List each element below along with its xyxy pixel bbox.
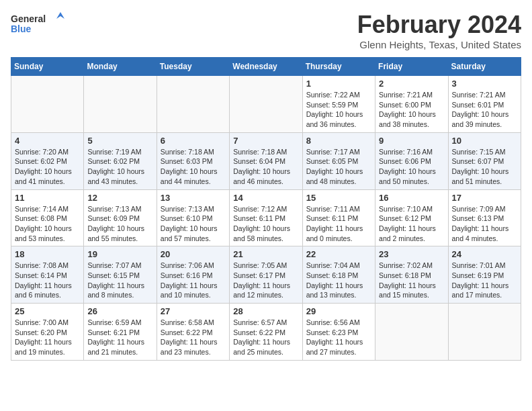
- table-row: 21Sunrise: 7:05 AM Sunset: 6:17 PM Dayli…: [230, 246, 302, 304]
- day-number: 21: [233, 249, 298, 259]
- table-row: [375, 304, 448, 361]
- day-info: Sunrise: 7:18 AM Sunset: 6:04 PM Dayligh…: [233, 147, 298, 187]
- day-number: 7: [233, 136, 298, 146]
- day-info: Sunrise: 7:19 AM Sunset: 6:02 PM Dayligh…: [87, 147, 152, 187]
- table-row: 23Sunrise: 7:02 AM Sunset: 6:18 PM Dayli…: [375, 246, 448, 304]
- header-saturday: Saturday: [448, 58, 521, 76]
- table-row: [230, 76, 302, 133]
- table-row: 25Sunrise: 7:00 AM Sunset: 6:20 PM Dayli…: [11, 304, 84, 361]
- day-number: 19: [87, 249, 152, 259]
- table-row: [448, 304, 521, 361]
- day-number: 28: [233, 306, 298, 316]
- table-row: 20Sunrise: 7:06 AM Sunset: 6:16 PM Dayli…: [157, 246, 229, 304]
- day-number: 22: [306, 249, 371, 259]
- table-row: 18Sunrise: 7:08 AM Sunset: 6:14 PM Dayli…: [11, 246, 84, 304]
- calendar-week-row: 25Sunrise: 7:00 AM Sunset: 6:20 PM Dayli…: [11, 304, 521, 361]
- day-number: 12: [87, 193, 152, 203]
- svg-text:General: General: [11, 13, 46, 24]
- svg-text:Blue: Blue: [11, 24, 32, 34]
- day-info: Sunrise: 7:10 AM Sunset: 6:12 PM Dayligh…: [379, 204, 444, 244]
- header-tuesday: Tuesday: [157, 58, 229, 76]
- day-info: Sunrise: 7:00 AM Sunset: 6:20 PM Dayligh…: [15, 318, 80, 357]
- table-row: [11, 76, 84, 133]
- day-info: Sunrise: 7:21 AM Sunset: 6:01 PM Dayligh…: [452, 90, 517, 130]
- day-info: Sunrise: 7:21 AM Sunset: 6:00 PM Dayligh…: [379, 90, 444, 130]
- day-info: Sunrise: 7:08 AM Sunset: 6:14 PM Dayligh…: [15, 261, 80, 300]
- logo-svg: General Blue: [11, 11, 64, 38]
- table-row: 11Sunrise: 7:14 AM Sunset: 6:08 PM Dayli…: [11, 189, 84, 246]
- calendar-week-row: 4Sunrise: 7:20 AM Sunset: 6:02 PM Daylig…: [11, 132, 521, 189]
- calendar-week-row: 1Sunrise: 7:22 AM Sunset: 5:59 PM Daylig…: [11, 76, 521, 133]
- table-row: 12Sunrise: 7:13 AM Sunset: 6:09 PM Dayli…: [84, 189, 157, 246]
- header-friday: Friday: [375, 58, 448, 76]
- table-row: 3Sunrise: 7:21 AM Sunset: 6:01 PM Daylig…: [448, 76, 521, 133]
- day-info: Sunrise: 7:02 AM Sunset: 6:18 PM Dayligh…: [379, 261, 444, 300]
- calendar-week-row: 11Sunrise: 7:14 AM Sunset: 6:08 PM Dayli…: [11, 189, 521, 246]
- table-row: 15Sunrise: 7:11 AM Sunset: 6:11 PM Dayli…: [302, 189, 375, 246]
- table-row: 8Sunrise: 7:17 AM Sunset: 6:05 PM Daylig…: [302, 132, 375, 189]
- day-number: 9: [379, 136, 444, 146]
- table-row: 13Sunrise: 7:13 AM Sunset: 6:10 PM Dayli…: [157, 189, 229, 246]
- title-area: February 2024 Glenn Heights, Texas, Unit…: [357, 11, 521, 50]
- table-row: 26Sunrise: 6:59 AM Sunset: 6:21 PM Dayli…: [84, 304, 157, 361]
- table-row: 28Sunrise: 6:57 AM Sunset: 6:22 PM Dayli…: [230, 304, 302, 361]
- day-info: Sunrise: 7:07 AM Sunset: 6:15 PM Dayligh…: [87, 261, 152, 300]
- table-row: 17Sunrise: 7:09 AM Sunset: 6:13 PM Dayli…: [448, 189, 521, 246]
- day-info: Sunrise: 6:59 AM Sunset: 6:21 PM Dayligh…: [87, 318, 152, 357]
- table-row: 24Sunrise: 7:01 AM Sunset: 6:19 PM Dayli…: [448, 246, 521, 304]
- day-info: Sunrise: 6:58 AM Sunset: 6:22 PM Dayligh…: [161, 318, 226, 357]
- day-info: Sunrise: 7:15 AM Sunset: 6:07 PM Dayligh…: [452, 147, 517, 187]
- day-info: Sunrise: 7:06 AM Sunset: 6:16 PM Dayligh…: [161, 261, 226, 300]
- table-row: 7Sunrise: 7:18 AM Sunset: 6:04 PM Daylig…: [230, 132, 302, 189]
- day-info: Sunrise: 7:17 AM Sunset: 6:05 PM Dayligh…: [306, 147, 371, 187]
- table-row: 29Sunrise: 6:56 AM Sunset: 6:23 PM Dayli…: [302, 304, 375, 361]
- day-number: 16: [379, 193, 444, 203]
- day-number: 6: [161, 136, 226, 146]
- header-wednesday: Wednesday: [230, 58, 302, 76]
- day-info: Sunrise: 7:20 AM Sunset: 6:02 PM Dayligh…: [15, 147, 80, 187]
- day-number: 18: [15, 249, 80, 259]
- table-row: 2Sunrise: 7:21 AM Sunset: 6:00 PM Daylig…: [375, 76, 448, 133]
- day-info: Sunrise: 7:04 AM Sunset: 6:18 PM Dayligh…: [306, 261, 371, 300]
- day-number: 2: [379, 79, 444, 89]
- header-monday: Monday: [84, 58, 157, 76]
- day-number: 10: [452, 136, 517, 146]
- table-row: 10Sunrise: 7:15 AM Sunset: 6:07 PM Dayli…: [448, 132, 521, 189]
- day-number: 4: [15, 136, 80, 146]
- table-row: 1Sunrise: 7:22 AM Sunset: 5:59 PM Daylig…: [302, 76, 375, 133]
- day-number: 13: [161, 193, 226, 203]
- day-number: 8: [306, 136, 371, 146]
- logo: General Blue: [11, 11, 64, 38]
- day-number: 23: [379, 249, 444, 259]
- day-info: Sunrise: 7:18 AM Sunset: 6:03 PM Dayligh…: [161, 147, 226, 187]
- day-info: Sunrise: 7:13 AM Sunset: 6:09 PM Dayligh…: [87, 204, 152, 244]
- table-row: [157, 76, 229, 133]
- day-info: Sunrise: 7:11 AM Sunset: 6:11 PM Dayligh…: [306, 204, 371, 244]
- day-number: 25: [15, 306, 80, 316]
- day-number: 3: [452, 79, 517, 89]
- table-row: 19Sunrise: 7:07 AM Sunset: 6:15 PM Dayli…: [84, 246, 157, 304]
- day-info: Sunrise: 7:01 AM Sunset: 6:19 PM Dayligh…: [452, 261, 517, 300]
- header-sunday: Sunday: [11, 58, 84, 76]
- day-info: Sunrise: 7:13 AM Sunset: 6:10 PM Dayligh…: [161, 204, 226, 244]
- day-info: Sunrise: 6:56 AM Sunset: 6:23 PM Dayligh…: [306, 318, 371, 357]
- day-info: Sunrise: 7:05 AM Sunset: 6:17 PM Dayligh…: [233, 261, 298, 300]
- table-row: 14Sunrise: 7:12 AM Sunset: 6:11 PM Dayli…: [230, 189, 302, 246]
- header-thursday: Thursday: [302, 58, 375, 76]
- calendar-header-row: Sunday Monday Tuesday Wednesday Thursday…: [11, 58, 521, 76]
- header: General Blue February 2024 Glenn Heights…: [11, 11, 521, 50]
- table-row: 9Sunrise: 7:16 AM Sunset: 6:06 PM Daylig…: [375, 132, 448, 189]
- day-number: 5: [87, 136, 152, 146]
- svg-marker-1: [56, 12, 64, 19]
- day-number: 24: [452, 249, 517, 259]
- day-number: 1: [306, 79, 371, 89]
- day-number: 15: [306, 193, 371, 203]
- day-info: Sunrise: 7:22 AM Sunset: 5:59 PM Dayligh…: [306, 90, 371, 130]
- day-info: Sunrise: 7:16 AM Sunset: 6:06 PM Dayligh…: [379, 147, 444, 187]
- day-number: 20: [161, 249, 226, 259]
- table-row: [84, 76, 157, 133]
- day-number: 29: [306, 306, 371, 316]
- day-number: 17: [452, 193, 517, 203]
- day-info: Sunrise: 7:14 AM Sunset: 6:08 PM Dayligh…: [15, 204, 80, 244]
- location-title: Glenn Heights, Texas, United States: [357, 39, 521, 50]
